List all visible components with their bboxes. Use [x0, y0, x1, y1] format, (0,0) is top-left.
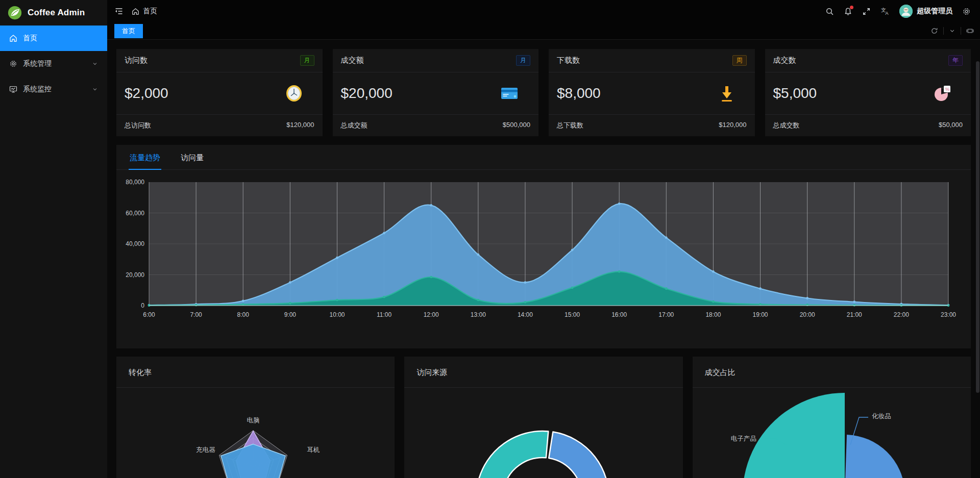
sidebar-item-label: 首页	[23, 34, 37, 43]
pie-slice-label: 电子产品	[731, 435, 756, 443]
svg-text:15:00: 15:00	[565, 311, 580, 318]
translate-icon[interactable]: 文 A	[880, 7, 890, 16]
maximize-icon[interactable]	[966, 27, 974, 35]
period-badge: 周	[732, 55, 747, 66]
settings-gear-icon[interactable]	[962, 7, 971, 16]
svg-text:20:00: 20:00	[800, 311, 815, 318]
sidebar-item-home[interactable]: 首页	[0, 26, 107, 51]
divider	[943, 27, 944, 35]
trend-chart-area: 020,00040,00060,00080,0006:007:008:009:0…	[116, 170, 971, 331]
user-menu[interactable]: 超级管理员	[899, 5, 952, 18]
svg-text:11:00: 11:00	[377, 311, 391, 318]
stat-cards-row: 访问数 月 $2,000 总访问数	[116, 49, 971, 136]
stat-card-title: 访问数	[125, 56, 148, 65]
refresh-icon[interactable]	[930, 27, 938, 35]
stat-card-deals: 成交数 年 $5,000 % 总成交数	[765, 49, 971, 136]
sidebar-item-system-management[interactable]: 系统管理	[0, 51, 107, 77]
main-area: 首页 文 A	[107, 0, 980, 478]
monitor-icon	[9, 85, 17, 93]
stat-card-title: 成交数	[773, 56, 796, 65]
stat-footer-label: 总成交额	[341, 121, 368, 130]
pie-chart-icon: %	[932, 83, 952, 104]
breadcrumb-label: 首页	[143, 7, 157, 16]
panel-title: 访问来源	[404, 357, 682, 388]
app-title: Coffee Admin	[28, 8, 85, 18]
sidebar-item-label: 系统管理	[23, 59, 52, 68]
stat-value: $2,000	[125, 85, 168, 102]
svg-text:0: 0	[141, 302, 144, 309]
svg-text:80,000: 80,000	[126, 179, 144, 186]
panel-title: 成交占比	[693, 357, 971, 388]
svg-text:20,000: 20,000	[126, 271, 144, 279]
svg-text:21:00: 21:00	[847, 311, 862, 318]
svg-text:A: A	[886, 11, 889, 16]
traffic-trend-card: 流量趋势 访问量 020,00040,00060,00080,0006:007:…	[116, 145, 971, 348]
topbar: 首页 文 A	[107, 0, 980, 22]
radar-axis-label: 电脑	[247, 416, 260, 425]
home-icon	[9, 34, 17, 42]
radar-axis-label: 充电器	[196, 446, 215, 455]
clock-icon	[284, 83, 304, 104]
stat-footer-label: 总成交数	[773, 121, 800, 130]
trend-tabs: 流量趋势 访问量	[116, 145, 971, 170]
panel-title: 转化率	[116, 357, 395, 388]
tab-visit-volume[interactable]: 访问量	[180, 145, 205, 170]
stat-footer-label: 总下载数	[557, 121, 583, 130]
svg-text:16:00: 16:00	[611, 311, 627, 318]
svg-text:18:00: 18:00	[705, 311, 721, 318]
sidebar-item-system-monitor[interactable]: 系统监控	[0, 77, 107, 102]
pie-chart: 电子产品 化妆品	[693, 388, 971, 478]
page-content: 访问数 月 $2,000 总访问数	[107, 40, 980, 478]
stat-card-visits: 访问数 月 $2,000 总访问数	[116, 49, 323, 136]
svg-text:10:00: 10:00	[329, 311, 345, 318]
sidebar: Coffee Admin 首页 系统管理	[0, 0, 107, 478]
period-badge: 月	[300, 55, 314, 66]
stat-card-turnover: 成交额 月 $20,000	[333, 49, 539, 136]
deal-share-card: 成交占比 电子产品 化妆品	[693, 357, 971, 478]
visit-source-card: 访问来源	[404, 357, 682, 478]
page-scrollbar-thumb[interactable]	[976, 61, 979, 393]
svg-text:6:00: 6:00	[143, 311, 155, 318]
tab-home[interactable]: 首页	[114, 24, 143, 38]
svg-text:7:00: 7:00	[190, 311, 202, 318]
download-icon	[717, 83, 737, 104]
chevron-down-icon	[92, 61, 98, 67]
period-badge: 年	[948, 55, 963, 66]
stat-value: $5,000	[773, 85, 817, 102]
chevron-down-icon	[92, 86, 98, 92]
avatar	[899, 5, 913, 18]
svg-text:60,000: 60,000	[126, 210, 144, 217]
svg-text:19:00: 19:00	[753, 311, 768, 318]
tab-traffic-trend[interactable]: 流量趋势	[129, 145, 161, 170]
chevron-down-icon[interactable]	[949, 28, 955, 34]
gear-icon	[9, 60, 17, 68]
leaf-logo-icon	[7, 5, 22, 20]
sidebar-item-label: 系统监控	[23, 85, 52, 94]
stat-value: $8,000	[557, 85, 601, 102]
notifications-bell-icon[interactable]	[844, 7, 852, 16]
period-badge: 月	[516, 55, 530, 66]
donut-chart	[404, 388, 682, 478]
svg-text:23:00: 23:00	[941, 311, 956, 318]
radar-chart: 电脑 充电器 耳机	[116, 388, 395, 478]
search-icon[interactable]	[825, 7, 834, 16]
stat-footer-value: $500,000	[503, 121, 530, 130]
svg-text:12:00: 12:00	[424, 311, 439, 318]
svg-text:22:00: 22:00	[894, 311, 909, 318]
svg-text:8:00: 8:00	[237, 311, 250, 318]
svg-text:9:00: 9:00	[284, 311, 297, 318]
breadcrumb[interactable]: 首页	[132, 7, 157, 16]
collapse-sidebar-icon[interactable]	[114, 7, 124, 16]
svg-text:17:00: 17:00	[658, 311, 674, 318]
fullscreen-icon[interactable]	[862, 7, 871, 16]
app-logo: Coffee Admin	[0, 0, 107, 26]
conversion-rate-card: 转化率	[116, 357, 395, 478]
user-name: 超级管理员	[917, 7, 952, 16]
svg-text:40,000: 40,000	[126, 240, 144, 247]
stat-footer-value: $120,000	[719, 121, 746, 130]
area-chart: 020,00040,00060,00080,0006:007:008:009:0…	[120, 177, 958, 331]
stat-card-downloads: 下载数 周 $8,000 总下载数 $120,000	[549, 49, 755, 136]
svg-text:14:00: 14:00	[518, 311, 533, 318]
stat-card-title: 下载数	[557, 56, 580, 65]
bottom-cards-row: 转化率	[116, 357, 971, 478]
